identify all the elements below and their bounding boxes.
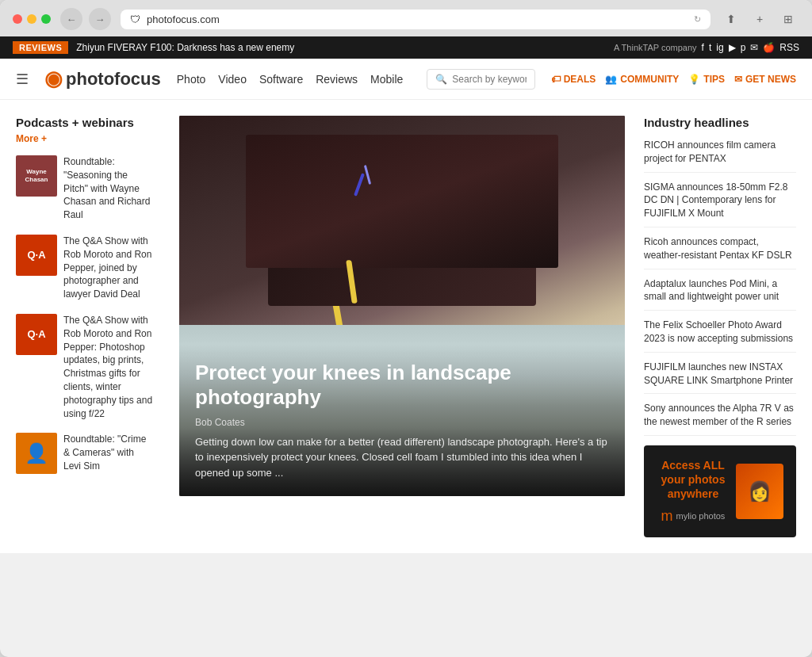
ad-image: 👩 [736, 464, 783, 519]
shield-icon: 🛡 [130, 13, 140, 25]
list-item[interactable]: FUJIFILM launches new INSTAX SQUARE LINK… [644, 361, 796, 395]
minimize-button[interactable] [27, 14, 36, 24]
list-item[interactable]: 👤 Roundtable: "Crime & Cameras" with Lev… [16, 433, 154, 474]
ad-brand-name: mylio photos [676, 511, 726, 521]
podcast-thumbnail-3: Q·A [16, 314, 57, 355]
deals-button[interactable]: 🏷 DEALS [551, 74, 596, 85]
list-item[interactable]: Adaptalux launches Pod Mini, a small and… [644, 277, 796, 311]
news-label: GET NEWS [745, 74, 796, 85]
nav-software[interactable]: Software [259, 73, 303, 86]
community-label: COMMUNITY [620, 74, 679, 85]
website-content: REVIEWS Zhiyun FIVERAY F100: Darkness ha… [0, 36, 812, 553]
nav-mobile[interactable]: Mobile [370, 73, 403, 86]
facebook-icon[interactable]: f [702, 42, 704, 53]
list-item[interactable]: Q·A The Q&A Show with Rob Moroto and Ron… [16, 235, 154, 301]
reviews-badge[interactable]: REVIEWS [13, 41, 68, 54]
article-author: Bob Coates [195, 417, 609, 428]
list-item[interactable]: The Felix Schoeller Photo Award 2023 is … [644, 319, 796, 353]
nav-video[interactable]: Video [218, 73, 247, 86]
youtube-icon[interactable]: ▶ [729, 42, 736, 53]
share-button[interactable]: ⬆ [720, 8, 742, 30]
instagram-icon[interactable]: ig [716, 42, 723, 53]
forward-button[interactable]: → [89, 8, 111, 30]
back-button[interactable]: ← [60, 8, 82, 30]
reload-icon: ↻ [694, 14, 701, 25]
maximize-button[interactable] [41, 14, 51, 24]
community-button[interactable]: 👥 COMMUNITY [605, 74, 679, 85]
mylio-logo: m [661, 508, 673, 525]
close-button[interactable] [13, 14, 22, 24]
article-title[interactable]: Protect your knees in landscape photogra… [195, 361, 609, 410]
news-icon: ✉ [734, 74, 742, 85]
main-navigation: Photo Video Software Reviews Mobile [177, 73, 404, 86]
pinterest-icon[interactable]: p [741, 42, 746, 53]
browser-action-buttons: ⬆ + ⊞ [720, 8, 799, 30]
article-image-wrapper[interactable]: Protect your knees in landscape photogra… [179, 116, 625, 496]
deals-label: DEALS [564, 74, 596, 85]
list-item[interactable]: Ricoh announces compact, weather-resista… [644, 235, 796, 269]
podcast-thumbnail-4: 👤 [16, 433, 57, 474]
main-article: Protect your knees in landscape photogra… [167, 116, 638, 537]
twitter-icon[interactable]: t [709, 42, 711, 53]
list-item[interactable]: SIGMA announces 18-50mm F2.8 DC DN | Con… [644, 181, 796, 227]
tips-icon: 💡 [688, 74, 700, 85]
podcast-text-3: The Q&A Show with Rob Moroto and Ron Pep… [63, 314, 154, 420]
search-icon: 🔍 [435, 74, 447, 85]
apple-icon[interactable]: 🍎 [763, 42, 775, 53]
list-item[interactable]: Sony announces the Alpha 7R V as the new… [644, 402, 796, 436]
nav-photo[interactable]: Photo [177, 73, 206, 86]
site-header: ☰ ◉ photofocus Photo Video Software Revi… [0, 59, 812, 100]
topbar-left: REVIEWS Zhiyun FIVERAY F100: Darkness ha… [13, 41, 294, 54]
article-overlay: Protect your knees in landscape photogra… [179, 345, 625, 496]
top-bar: REVIEWS Zhiyun FIVERAY F100: Darkness ha… [0, 36, 812, 59]
header-actions: 🏷 DEALS 👥 COMMUNITY 💡 TIPS ✉ GET NEWS [551, 74, 796, 85]
browser-nav: ← → [60, 8, 111, 30]
podcast-text-2: The Q&A Show with Rob Moroto and Ron Pep… [63, 235, 154, 301]
podcast-text-1: Roundtable: "Seasoning the Pitch" with W… [63, 155, 154, 222]
nav-reviews[interactable]: Reviews [316, 73, 358, 86]
tips-button[interactable]: 💡 TIPS [688, 74, 725, 85]
list-item[interactable]: Q·A The Q&A Show with Rob Moroto and Ron… [16, 314, 154, 420]
company-name: A ThinkTAP company [614, 43, 697, 52]
ad-brand: m mylio photos [657, 508, 730, 525]
grid-button[interactable]: ⊞ [777, 8, 799, 30]
browser-window-controls [13, 14, 51, 24]
podcast-thumbnail-2: Q·A [16, 235, 57, 276]
logo-icon: ◉ [44, 67, 63, 91]
industry-headlines-title: Industry headlines [644, 116, 796, 129]
podcasts-more-link[interactable]: More + [16, 133, 47, 144]
address-bar[interactable]: 🛡 photofocus.com ↻ [121, 10, 710, 29]
podcasts-sidebar: Podcasts + webinars More + WayneChasan R… [16, 116, 167, 537]
ad-text: Access ALL your photos anywhere [657, 458, 730, 502]
podcast-text-4: Roundtable: "Crime & Cameras" with Levi … [63, 433, 154, 474]
logo-text: photofocus [66, 69, 161, 90]
podcasts-title: Podcasts + webinars [16, 116, 154, 129]
community-icon: 👥 [605, 74, 617, 85]
hamburger-menu[interactable]: ☰ [16, 71, 29, 88]
deals-icon: 🏷 [551, 74, 561, 85]
rss-icon[interactable]: RSS [779, 42, 799, 53]
site-logo[interactable]: ◉ photofocus [44, 67, 161, 91]
email-icon[interactable]: ✉ [750, 42, 758, 53]
advertisement-banner[interactable]: Access ALL your photos anywhere m mylio … [644, 445, 796, 537]
url-text: photofocus.com [147, 13, 220, 25]
podcast-thumbnail-1: WayneChasan [16, 155, 57, 197]
article-excerpt: Getting down low can make for a better (… [195, 434, 609, 481]
list-item[interactable]: WayneChasan Roundtable: "Seasoning the P… [16, 155, 154, 222]
browser-titlebar: ← → 🛡 photofocus.com ↻ ⬆ + ⊞ [0, 0, 812, 36]
topbar-headline[interactable]: Zhiyun FIVERAY F100: Darkness has a new … [76, 42, 294, 53]
social-icons: f t ig ▶ p ✉ 🍎 RSS [702, 42, 799, 53]
main-content: Podcasts + webinars More + WayneChasan R… [0, 100, 812, 553]
get-news-button[interactable]: ✉ GET NEWS [734, 74, 796, 85]
new-tab-button[interactable]: + [749, 8, 771, 30]
search-box[interactable]: 🔍 [427, 69, 534, 90]
tips-label: TIPS [703, 74, 725, 85]
topbar-right: A ThinkTAP company f t ig ▶ p ✉ 🍎 RSS [614, 42, 799, 53]
list-item[interactable]: RICOH announces film camera project for … [644, 139, 796, 173]
right-sidebar: Industry headlines RICOH announces film … [638, 116, 796, 537]
search-input[interactable] [452, 74, 526, 85]
